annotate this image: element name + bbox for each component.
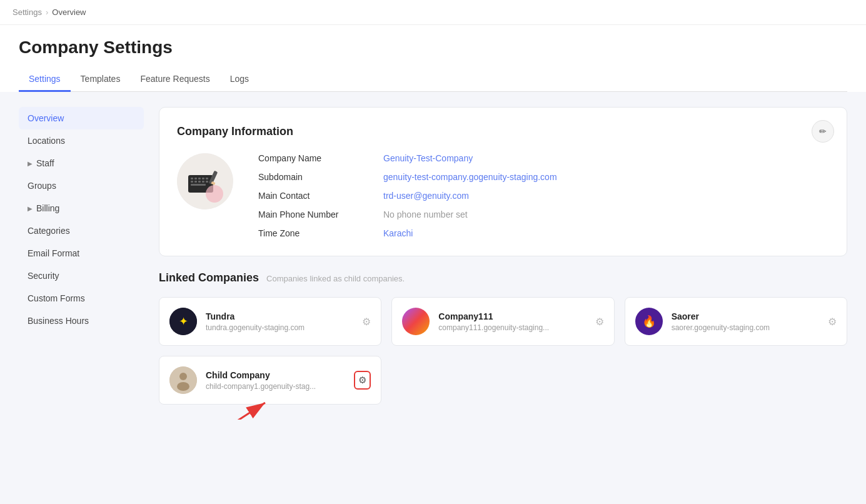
label-main-phone: Main Phone Number <box>258 209 371 219</box>
svg-point-15 <box>206 185 223 203</box>
company-info-child: Child Company child-company1.gogenuity-s… <box>206 370 345 391</box>
tab-logs[interactable]: Logs <box>220 68 259 92</box>
value-company-name: Genuity-Test-Company <box>383 153 829 163</box>
red-arrow-svg <box>190 396 290 420</box>
svg-point-18 <box>402 308 430 335</box>
value-subdomain: genuity-test-company.gogenuity-staging.c… <box>383 172 829 182</box>
company-info-saorer: Saorer saorer.gogenuity-staging.com <box>672 311 819 332</box>
company-info-row: Company Name Genuity-Test-Company Subdom… <box>177 153 829 238</box>
company-domain-company111: company111.gogenuity-staging... <box>438 323 586 332</box>
companies-bottom-row: Child Company child-company1.gogenuity-s… <box>159 356 847 405</box>
linked-companies-title: Linked Companies <box>159 271 259 285</box>
sidebar-item-staff[interactable]: ▶ Staff <box>19 152 144 174</box>
sidebar-item-business-hours[interactable]: Business Hours <box>19 310 144 332</box>
svg-rect-10 <box>202 181 204 183</box>
sidebar-item-locations[interactable]: Locations <box>19 129 144 152</box>
tab-feature-requests[interactable]: Feature Requests <box>130 68 219 92</box>
svg-rect-9 <box>198 181 201 183</box>
sidebar-item-email-format[interactable]: Email Format <box>19 242 144 265</box>
child-company-wrapper: Child Company child-company1.gogenuity-s… <box>159 356 381 405</box>
svg-rect-12 <box>191 184 206 186</box>
sidebar-item-overview[interactable]: Overview <box>19 107 144 129</box>
svg-rect-8 <box>194 181 197 183</box>
breadcrumb-current: Overview <box>52 8 86 17</box>
company-card-company111[interactable]: Company111 company111.gogenuity-staging.… <box>391 297 614 346</box>
company-card-tundra[interactable]: ✦ Tundra tundra.gogenuity-staging.com ⚙ <box>159 297 381 346</box>
linked-companies-subtitle: Companies linked as child companies. <box>266 274 405 283</box>
arrow-annotation <box>190 396 290 420</box>
linked-companies-section: Linked Companies Companies linked as chi… <box>159 271 847 405</box>
info-grid: Company Name Genuity-Test-Company Subdom… <box>258 153 829 238</box>
svg-text:✦: ✦ <box>179 315 188 328</box>
child-avatar-svg <box>169 366 197 394</box>
tab-settings[interactable]: Settings <box>19 68 71 92</box>
sidebar-item-categories[interactable]: Categories <box>19 219 144 242</box>
sidebar-item-billing[interactable]: ▶ Billing <box>19 197 144 219</box>
company-logo <box>177 153 233 209</box>
value-main-phone: No phone number set <box>383 209 829 219</box>
avatar-saorer: 🔥 <box>635 308 663 335</box>
sidebar-item-groups[interactable]: Groups <box>19 174 144 197</box>
svg-rect-2 <box>191 178 193 179</box>
tabs-bar: Settings Templates Feature Requests Logs <box>19 68 847 92</box>
avatar-tundra: ✦ <box>169 308 197 335</box>
link-icon-saorer[interactable]: ⚙ <box>828 316 837 328</box>
link-icon-tundra[interactable]: ⚙ <box>362 316 371 328</box>
company111-avatar-svg <box>402 308 430 335</box>
company-name-saorer: Saorer <box>672 311 819 321</box>
avatar-company111 <box>402 308 430 335</box>
company-domain-saorer: saorer.gogenuity-staging.com <box>672 323 819 332</box>
tundra-avatar-svg: ✦ <box>169 308 197 335</box>
breadcrumb-separator: › <box>46 8 48 17</box>
svg-rect-5 <box>202 178 204 179</box>
main-content: Company Information ✏ <box>159 107 847 405</box>
company-name-tundra: Tundra <box>206 311 353 321</box>
saorer-avatar-svg: 🔥 <box>635 308 663 335</box>
value-main-contact: trd-user@genuity.com <box>383 191 829 201</box>
company-card-saorer[interactable]: 🔥 Saorer saorer.gogenuity-staging.com ⚙ <box>625 297 847 346</box>
label-main-contact: Main Contact <box>258 191 371 201</box>
company-info-tundra: Tundra tundra.gogenuity-staging.com <box>206 311 353 332</box>
svg-point-22 <box>179 373 187 380</box>
company-info-company111: Company111 company111.gogenuity-staging.… <box>438 311 586 332</box>
svg-rect-6 <box>206 178 208 179</box>
label-timezone: Time Zone <box>258 228 371 238</box>
tab-templates[interactable]: Templates <box>71 68 131 92</box>
link-icon-child-highlighted[interactable]: ⚙ <box>354 371 371 390</box>
value-timezone: Karachi <box>383 228 829 238</box>
breadcrumb-settings[interactable]: Settings <box>13 8 42 17</box>
sidebar-item-security[interactable]: Security <box>19 265 144 287</box>
svg-rect-3 <box>194 178 197 179</box>
svg-point-23 <box>177 382 189 391</box>
section-header: Linked Companies Companies linked as chi… <box>159 271 847 285</box>
page-title: Company Settings <box>19 38 847 58</box>
logo-svg <box>177 153 233 209</box>
arrow-icon: ▶ <box>28 205 33 212</box>
arrow-icon: ▶ <box>28 160 33 167</box>
edit-button[interactable]: ✏ <box>812 120 834 143</box>
svg-line-25 <box>203 403 265 420</box>
company-name-company111: Company111 <box>438 311 586 321</box>
content-area: Overview Locations ▶ Staff Groups ▶ Bill… <box>0 92 866 420</box>
sidebar: Overview Locations ▶ Staff Groups ▶ Bill… <box>19 107 144 405</box>
page-header: Company Settings Settings Templates Feat… <box>0 25 866 92</box>
svg-text:🔥: 🔥 <box>642 315 657 328</box>
label-subdomain: Subdomain <box>258 172 371 182</box>
company-info-card: Company Information ✏ <box>159 107 847 256</box>
svg-rect-11 <box>206 181 208 183</box>
companies-grid: ✦ Tundra tundra.gogenuity-staging.com ⚙ <box>159 297 847 346</box>
avatar-child <box>169 366 197 394</box>
company-name-child: Child Company <box>206 370 345 380</box>
company-domain-child: child-company1.gogenuity-stag... <box>206 382 345 391</box>
breadcrumb: Settings › Overview <box>0 0 866 25</box>
svg-rect-7 <box>191 181 193 183</box>
company-info-title: Company Information <box>177 125 829 138</box>
link-icon-company111[interactable]: ⚙ <box>595 316 604 328</box>
label-company-name: Company Name <box>258 153 371 163</box>
sidebar-item-custom-forms[interactable]: Custom Forms <box>19 287 144 310</box>
svg-rect-4 <box>198 178 201 179</box>
company-domain-tundra: tundra.gogenuity-staging.com <box>206 323 353 332</box>
